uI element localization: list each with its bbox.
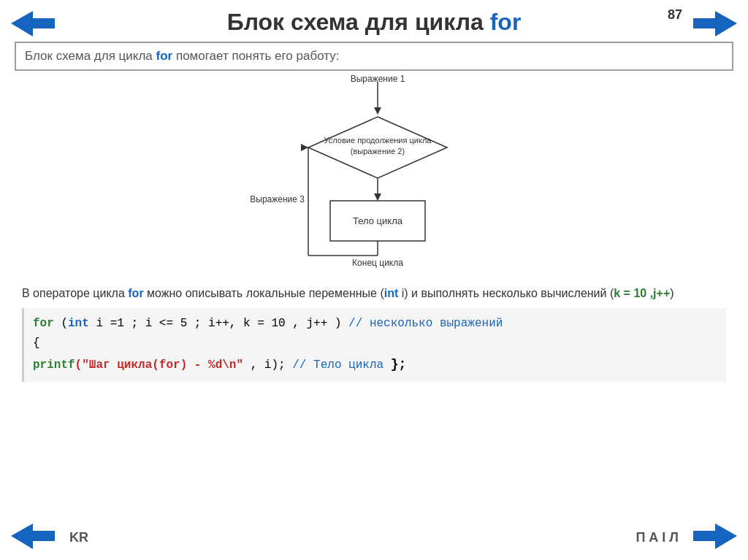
svg-text:Условие продолжения цикла: Условие продолжения цикла <box>324 136 432 145</box>
svg-text:Конец цикла: Конец цикла <box>352 258 403 268</box>
svg-text:Тело цикла: Тело цикла <box>353 215 403 226</box>
svg-text:Выражение 3: Выражение 3 <box>250 194 305 204</box>
bottom-labels: KR П А І Л <box>0 530 748 545</box>
main-content: Выражение 1 Условие продолжения цикла (в… <box>0 74 748 382</box>
next-arrow-top[interactable] <box>690 7 741 40</box>
svg-rect-23 <box>693 531 719 541</box>
svg-rect-21 <box>29 531 55 541</box>
svg-marker-5 <box>374 107 381 115</box>
flowchart: Выражение 1 Условие продолжения цикла (в… <box>235 74 513 279</box>
prev-arrow-top[interactable] <box>7 7 58 40</box>
page-number: 87 <box>668 7 682 23</box>
svg-text:Выражение 1: Выражение 1 <box>351 74 405 84</box>
bottom-left-label: KR <box>69 530 88 545</box>
code-block: for (int i =1 ; i <= 5 ; i++, k = 10 , j… <box>22 308 726 382</box>
svg-marker-18 <box>301 144 308 151</box>
svg-rect-3 <box>693 18 719 28</box>
page-title: Блок схема для цикла for <box>0 0 748 42</box>
bottom-right-label: П А І Л <box>636 530 679 545</box>
flowchart-svg: Выражение 1 Условие продолжения цикла (в… <box>235 74 513 279</box>
svg-marker-11 <box>374 193 381 201</box>
code-line-3: printf("Шаг цикла(for) - %d\n" , i); // … <box>33 353 717 376</box>
flowchart-container: Выражение 1 Условие продолжения цикла (в… <box>15 74 733 279</box>
next-arrow-bottom[interactable] <box>690 520 741 553</box>
svg-rect-1 <box>29 18 55 28</box>
description: В операторе цикла for можно описывать ло… <box>15 285 733 302</box>
subtitle-box: Блок схема для цикла for помогает понять… <box>15 42 733 71</box>
code-line-1: for (int i =1 ; i <= 5 ; i++, k = 10 , j… <box>33 314 717 334</box>
code-line-2: { <box>33 334 717 353</box>
prev-arrow-bottom[interactable] <box>7 520 58 553</box>
svg-text:(выражение 2): (выражение 2) <box>351 147 405 156</box>
